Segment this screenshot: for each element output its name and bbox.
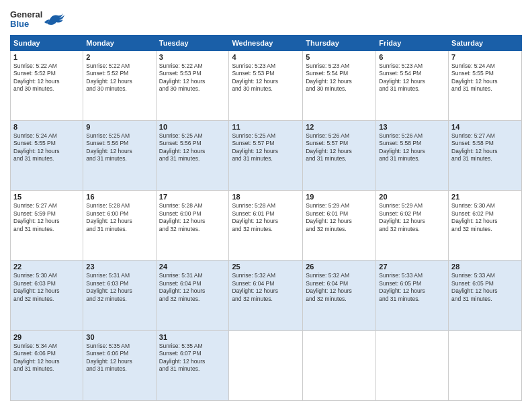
calendar-cell: 6Sunrise: 5:23 AMSunset: 5:54 PMDaylight… bbox=[376, 50, 449, 120]
day-info: Sunrise: 5:26 AMSunset: 5:58 PMDaylight:… bbox=[379, 132, 445, 163]
day-number: 3 bbox=[159, 53, 226, 61]
day-info: Sunrise: 5:32 AMSunset: 6:04 PMDaylight:… bbox=[232, 272, 300, 303]
day-number: 18 bbox=[232, 193, 300, 201]
day-info: Sunrise: 5:31 AMSunset: 6:04 PMDaylight:… bbox=[159, 272, 226, 303]
logo-bird-icon bbox=[44, 10, 64, 29]
day-number: 17 bbox=[159, 193, 226, 201]
calendar-cell: 8Sunrise: 5:24 AMSunset: 5:55 PMDaylight… bbox=[11, 120, 83, 190]
day-info: Sunrise: 5:34 AMSunset: 6:06 PMDaylight:… bbox=[13, 342, 80, 373]
day-number: 31 bbox=[159, 333, 226, 341]
calendar-cell: 17Sunrise: 5:28 AMSunset: 6:00 PMDayligh… bbox=[156, 191, 229, 261]
day-info: Sunrise: 5:35 AMSunset: 6:07 PMDaylight:… bbox=[159, 342, 226, 373]
calendar-cell: 28Sunrise: 5:33 AMSunset: 6:05 PMDayligh… bbox=[449, 261, 522, 330]
day-info: Sunrise: 5:32 AMSunset: 6:04 PMDaylight:… bbox=[306, 272, 373, 303]
calendar-cell: 20Sunrise: 5:29 AMSunset: 6:02 PMDayligh… bbox=[376, 191, 449, 261]
calendar-cell: 22Sunrise: 5:30 AMSunset: 6:03 PMDayligh… bbox=[11, 261, 83, 330]
day-info: Sunrise: 5:29 AMSunset: 6:01 PMDaylight:… bbox=[306, 202, 373, 233]
day-info: Sunrise: 5:24 AMSunset: 5:55 PMDaylight:… bbox=[451, 62, 519, 93]
day-info: Sunrise: 5:26 AMSunset: 5:57 PMDaylight:… bbox=[306, 132, 373, 163]
calendar-cell: 31Sunrise: 5:35 AMSunset: 6:07 PMDayligh… bbox=[156, 330, 229, 400]
calendar-cell: 10Sunrise: 5:25 AMSunset: 5:56 PMDayligh… bbox=[156, 120, 229, 190]
day-number: 21 bbox=[451, 193, 519, 201]
day-info: Sunrise: 5:31 AMSunset: 6:03 PMDaylight:… bbox=[86, 272, 152, 303]
day-number: 5 bbox=[306, 53, 373, 61]
calendar-cell: 7Sunrise: 5:24 AMSunset: 5:55 PMDaylight… bbox=[449, 50, 522, 120]
calendar-header-row: Sunday Monday Tuesday Wednesday Thursday… bbox=[11, 35, 522, 50]
day-info: Sunrise: 5:33 AMSunset: 6:05 PMDaylight:… bbox=[451, 272, 519, 303]
calendar-cell: 29Sunrise: 5:34 AMSunset: 6:06 PMDayligh… bbox=[11, 330, 83, 400]
day-number: 7 bbox=[451, 53, 519, 61]
col-friday: Friday bbox=[376, 35, 449, 50]
calendar-cell: 21Sunrise: 5:30 AMSunset: 6:02 PMDayligh… bbox=[449, 191, 522, 261]
page: General Blue Sunday Monday Tuesday Wedne… bbox=[0, 0, 532, 411]
col-wednesday: Wednesday bbox=[229, 35, 303, 50]
day-number: 27 bbox=[379, 263, 445, 271]
day-info: Sunrise: 5:23 AMSunset: 5:54 PMDaylight:… bbox=[379, 62, 445, 93]
calendar-cell: 9Sunrise: 5:25 AMSunset: 5:56 PMDaylight… bbox=[83, 120, 156, 190]
day-info: Sunrise: 5:22 AMSunset: 5:52 PMDaylight:… bbox=[13, 62, 80, 93]
calendar-week-row: 8Sunrise: 5:24 AMSunset: 5:55 PMDaylight… bbox=[11, 120, 522, 190]
col-monday: Monday bbox=[83, 35, 156, 50]
day-number: 11 bbox=[232, 123, 300, 131]
day-number: 15 bbox=[13, 193, 80, 201]
day-number: 20 bbox=[379, 193, 445, 201]
day-number: 16 bbox=[86, 193, 152, 201]
day-number: 24 bbox=[159, 263, 226, 271]
col-sunday: Sunday bbox=[11, 35, 83, 50]
calendar-cell: 16Sunrise: 5:28 AMSunset: 6:00 PMDayligh… bbox=[83, 191, 156, 261]
calendar-cell: 26Sunrise: 5:32 AMSunset: 6:04 PMDayligh… bbox=[303, 261, 376, 330]
day-info: Sunrise: 5:27 AMSunset: 5:59 PMDaylight:… bbox=[13, 202, 80, 233]
day-number: 12 bbox=[306, 123, 373, 131]
calendar-cell: 12Sunrise: 5:26 AMSunset: 5:57 PMDayligh… bbox=[303, 120, 376, 190]
day-number: 19 bbox=[306, 193, 373, 201]
logo-text: General Blue bbox=[10, 10, 42, 30]
day-number: 14 bbox=[451, 123, 519, 131]
day-info: Sunrise: 5:27 AMSunset: 5:58 PMDaylight:… bbox=[451, 132, 519, 163]
day-info: Sunrise: 5:25 AMSunset: 5:56 PMDaylight:… bbox=[86, 132, 152, 163]
header: General Blue bbox=[10, 10, 522, 30]
calendar-cell: 15Sunrise: 5:27 AMSunset: 5:59 PMDayligh… bbox=[11, 191, 83, 261]
day-number: 1 bbox=[13, 53, 80, 61]
day-info: Sunrise: 5:25 AMSunset: 5:57 PMDaylight:… bbox=[232, 132, 300, 163]
calendar-cell: 5Sunrise: 5:23 AMSunset: 5:54 PMDaylight… bbox=[303, 50, 376, 120]
day-number: 10 bbox=[159, 123, 226, 131]
day-info: Sunrise: 5:25 AMSunset: 5:56 PMDaylight:… bbox=[159, 132, 226, 163]
day-info: Sunrise: 5:29 AMSunset: 6:02 PMDaylight:… bbox=[379, 202, 445, 233]
calendar-table: Sunday Monday Tuesday Wednesday Thursday… bbox=[10, 35, 522, 401]
calendar-cell: 3Sunrise: 5:22 AMSunset: 5:53 PMDaylight… bbox=[156, 50, 229, 120]
calendar-cell: 14Sunrise: 5:27 AMSunset: 5:58 PMDayligh… bbox=[449, 120, 522, 190]
calendar-cell: 25Sunrise: 5:32 AMSunset: 6:04 PMDayligh… bbox=[229, 261, 303, 330]
calendar-empty-cell bbox=[229, 330, 303, 400]
calendar-cell: 23Sunrise: 5:31 AMSunset: 6:03 PMDayligh… bbox=[83, 261, 156, 330]
day-info: Sunrise: 5:23 AMSunset: 5:53 PMDaylight:… bbox=[232, 62, 300, 93]
day-number: 25 bbox=[232, 263, 300, 271]
day-number: 13 bbox=[379, 123, 445, 131]
calendar-cell: 18Sunrise: 5:28 AMSunset: 6:01 PMDayligh… bbox=[229, 191, 303, 261]
calendar-week-row: 1Sunrise: 5:22 AMSunset: 5:52 PMDaylight… bbox=[11, 50, 522, 120]
calendar-week-row: 22Sunrise: 5:30 AMSunset: 6:03 PMDayligh… bbox=[11, 261, 522, 330]
calendar-cell: 2Sunrise: 5:22 AMSunset: 5:52 PMDaylight… bbox=[83, 50, 156, 120]
calendar-cell: 13Sunrise: 5:26 AMSunset: 5:58 PMDayligh… bbox=[376, 120, 449, 190]
day-info: Sunrise: 5:30 AMSunset: 6:03 PMDaylight:… bbox=[13, 272, 80, 303]
calendar-week-row: 29Sunrise: 5:34 AMSunset: 6:06 PMDayligh… bbox=[11, 330, 522, 400]
day-number: 23 bbox=[86, 263, 152, 271]
day-number: 26 bbox=[306, 263, 373, 271]
day-info: Sunrise: 5:28 AMSunset: 6:00 PMDaylight:… bbox=[86, 202, 152, 233]
day-info: Sunrise: 5:24 AMSunset: 5:55 PMDaylight:… bbox=[13, 132, 80, 163]
day-info: Sunrise: 5:28 AMSunset: 6:00 PMDaylight:… bbox=[159, 202, 226, 233]
day-info: Sunrise: 5:28 AMSunset: 6:01 PMDaylight:… bbox=[232, 202, 300, 233]
calendar-cell: 19Sunrise: 5:29 AMSunset: 6:01 PMDayligh… bbox=[303, 191, 376, 261]
day-info: Sunrise: 5:33 AMSunset: 6:05 PMDaylight:… bbox=[379, 272, 445, 303]
day-number: 28 bbox=[451, 263, 519, 271]
day-info: Sunrise: 5:23 AMSunset: 5:54 PMDaylight:… bbox=[306, 62, 373, 93]
calendar-week-row: 15Sunrise: 5:27 AMSunset: 5:59 PMDayligh… bbox=[11, 191, 522, 261]
calendar-cell: 24Sunrise: 5:31 AMSunset: 6:04 PMDayligh… bbox=[156, 261, 229, 330]
day-number: 22 bbox=[13, 263, 80, 271]
day-number: 6 bbox=[379, 53, 445, 61]
calendar-empty-cell bbox=[303, 330, 376, 400]
day-number: 30 bbox=[86, 333, 152, 341]
col-tuesday: Tuesday bbox=[156, 35, 229, 50]
day-info: Sunrise: 5:22 AMSunset: 5:53 PMDaylight:… bbox=[159, 62, 226, 93]
day-number: 2 bbox=[86, 53, 152, 61]
logo: General Blue bbox=[10, 10, 64, 30]
